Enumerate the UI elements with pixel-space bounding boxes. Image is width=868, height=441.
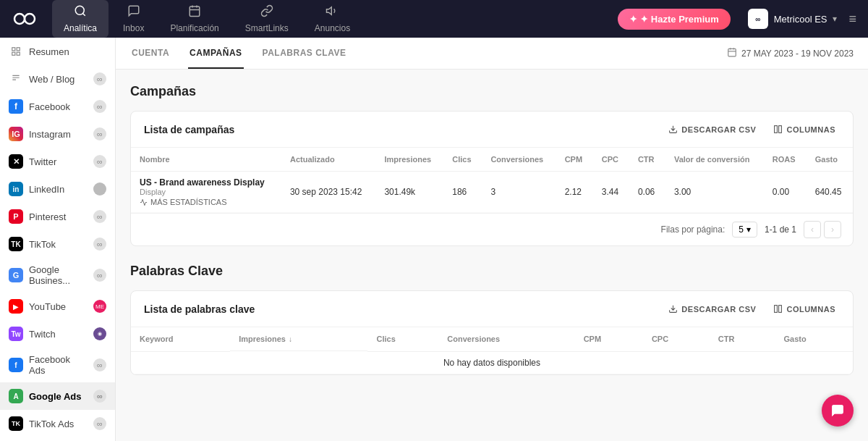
keywords-table: Keyword Impresiones ↓ Clics Conversiones… — [131, 327, 853, 374]
keywords-download-csv-button[interactable]: DESCARGAR CSV — [664, 301, 760, 316]
campaign-spend: 640.45 — [807, 172, 853, 213]
tab-inbox[interactable]: Inbox — [111, 0, 156, 38]
date-range[interactable]: 27 MAY 2023 - 19 NOV 2023 — [727, 47, 854, 59]
sidebar-item-resumen[interactable]: Resumen — [0, 38, 115, 65]
campaigns-pagination: Filas por página: 5 ▾ 1-1 de 1 ‹ › — [131, 213, 853, 245]
rows-per-page-value: 5 — [739, 224, 744, 235]
sidebar-item-facebook[interactable]: f Facebook ∞ — [0, 93, 115, 120]
sidebar-label-facebook: Facebook — [29, 101, 88, 112]
premium-star: ✦ — [629, 14, 637, 25]
instagram-icon: IG — [9, 127, 23, 141]
campaign-cpm: 2.12 — [556, 172, 593, 213]
sidebar-label-twitter: Twitter — [29, 156, 88, 167]
youtube-avatar: ME — [93, 300, 106, 313]
keywords-title: Palabras Clave — [130, 264, 854, 279]
sidebar-item-google-ads[interactable]: A Google Ads ∞ — [0, 382, 115, 410]
tab-planning-label: Planificación — [170, 23, 218, 33]
ads-icon — [326, 4, 339, 21]
campaign-roas: 0.00 — [764, 172, 807, 213]
pagination-arrows: ‹ › — [804, 221, 841, 238]
tiktok-ads-badge: ∞ — [93, 417, 106, 430]
table-row: US - Brand awareness Display Display MÁS… — [131, 172, 853, 213]
linkedin-avatar — [93, 182, 106, 196]
premium-button[interactable]: ✦ ✦ Hazte Premium — [618, 9, 731, 30]
sidebar-item-tiktok[interactable]: TK TikTok ∞ — [0, 230, 115, 258]
google-business-icon: G — [9, 268, 23, 282]
columns-label: COLUMNAS — [786, 125, 835, 134]
sidebar-label-youtube: YouTube — [29, 301, 88, 312]
kw-th-cpc: CPC — [643, 327, 710, 351]
next-page-button[interactable]: › — [824, 221, 841, 238]
sort-down-icon: ↓ — [289, 335, 292, 343]
kw-th-gasto: Gasto — [775, 327, 853, 351]
sidebar-item-twitch[interactable]: Tw Twitch ◉ — [0, 320, 115, 348]
sidebar-item-google-business[interactable]: G Google Busines... ∞ — [0, 258, 115, 293]
th-cpc: CPC — [593, 148, 629, 172]
kw-th-clics: Clics — [367, 327, 438, 351]
subnav-tab-campanas[interactable]: CAMPAÑAS — [188, 38, 243, 69]
sidebar-item-tiktok-ads[interactable]: TK TikTok Ads ∞ — [0, 410, 115, 437]
web-blog-badge: ∞ — [93, 72, 106, 85]
svg-point-2 — [75, 6, 84, 14]
subnav-tab-palabras-clave[interactable]: PALABRAS CLAVE — [261, 38, 348, 69]
campaign-name-cell: US - Brand awareness Display Display MÁS… — [131, 172, 281, 213]
tab-smartlinks[interactable]: SmartLinks — [234, 0, 300, 38]
svg-rect-22 — [779, 306, 782, 313]
account-area[interactable]: ∞ Metricool ES ▾ — [748, 9, 838, 29]
keywords-columns-button[interactable]: COLUMNAS — [769, 301, 840, 316]
app-logo — [12, 6, 38, 32]
keywords-columns-label: COLUMNAS — [786, 305, 835, 314]
tab-ads[interactable]: Anuncios — [303, 0, 362, 38]
keywords-card-header: Lista de palabras clave DESCARGAR CSV CO… — [131, 291, 853, 327]
svg-rect-4 — [190, 7, 200, 17]
analytics-icon — [74, 4, 87, 21]
tiktok-ads-icon: TK — [9, 416, 23, 431]
svg-rect-19 — [779, 126, 782, 133]
sidebar-label-resumen: Resumen — [29, 46, 106, 57]
facebook-ads-badge: ∞ — [93, 358, 106, 371]
campaign-clicks: 186 — [443, 172, 482, 213]
th-conversiones: Conversiones — [482, 148, 556, 172]
th-impresiones: Impresiones — [375, 148, 443, 172]
sidebar-label-instagram: Instagram — [29, 129, 88, 140]
sidebar-item-linkedin[interactable]: in LinkedIn — [0, 175, 115, 203]
tab-analytics[interactable]: Analítica — [52, 0, 109, 38]
th-nombre: Nombre — [131, 148, 281, 172]
instagram-badge: ∞ — [93, 127, 106, 140]
sidebar-item-twitter[interactable]: ✕ Twitter ∞ — [0, 148, 115, 175]
campaigns-table: Nombre Actualizado Impresiones Clics Con… — [131, 148, 853, 213]
kw-th-ctr: CTR — [710, 327, 775, 351]
download-csv-button[interactable]: DESCARGAR CSV — [664, 122, 760, 137]
sidebar-item-web-blog[interactable]: Web / Blog ∞ — [0, 65, 115, 93]
subnav-tab-cuenta[interactable]: CUENTA — [130, 38, 171, 69]
rows-per-page-select[interactable]: 5 ▾ — [732, 222, 757, 238]
sidebar-item-pinterest[interactable]: P Pinterest ∞ — [0, 203, 115, 230]
sidebar-label-pinterest: Pinterest — [29, 211, 88, 222]
sidebar-label-google-ads: Google Ads — [29, 391, 88, 402]
more-stats-label: MÁS ESTADÍSTICAS — [150, 198, 227, 206]
campaign-conversions: 3 — [482, 172, 556, 213]
sidebar-item-facebook-ads[interactable]: f Facebook Ads ∞ — [0, 348, 115, 382]
main-layout: Resumen Web / Blog ∞ f Facebook ∞ IG Ins… — [0, 38, 868, 441]
keywords-actions: DESCARGAR CSV COLUMNAS — [664, 301, 840, 316]
sidebar-label-linkedin: LinkedIn — [29, 184, 88, 195]
columns-button[interactable]: COLUMNAS — [769, 122, 840, 137]
prev-page-button[interactable]: ‹ — [804, 221, 821, 238]
more-stats-link[interactable]: MÁS ESTADÍSTICAS — [140, 198, 273, 206]
pinterest-icon: P — [9, 209, 23, 224]
svg-rect-11 — [12, 52, 15, 55]
sidebar-item-youtube[interactable]: ▶ YouTube ME — [0, 293, 115, 320]
campaign-conversion-value: 3.00 — [665, 172, 764, 213]
calendar-icon — [727, 47, 737, 59]
google-ads-badge: ∞ — [93, 390, 106, 403]
sidebar-item-instagram[interactable]: IG Instagram ∞ — [0, 120, 115, 148]
chat-fab-button[interactable] — [822, 395, 854, 427]
tiktok-badge: ∞ — [93, 238, 106, 251]
tab-planning[interactable]: Planificación — [158, 0, 230, 38]
topnav: Analítica Inbox Planificación SmartLinks… — [0, 0, 868, 38]
svg-rect-9 — [12, 48, 15, 51]
menu-icon[interactable]: ≡ — [848, 12, 856, 27]
sub-nav: CUENTA CAMPAÑAS PALABRAS CLAVE 27 MAY 20… — [116, 38, 868, 70]
campaign-cpc: 3.44 — [593, 172, 629, 213]
sidebar-collapse[interactable]: ‹ — [0, 437, 115, 441]
